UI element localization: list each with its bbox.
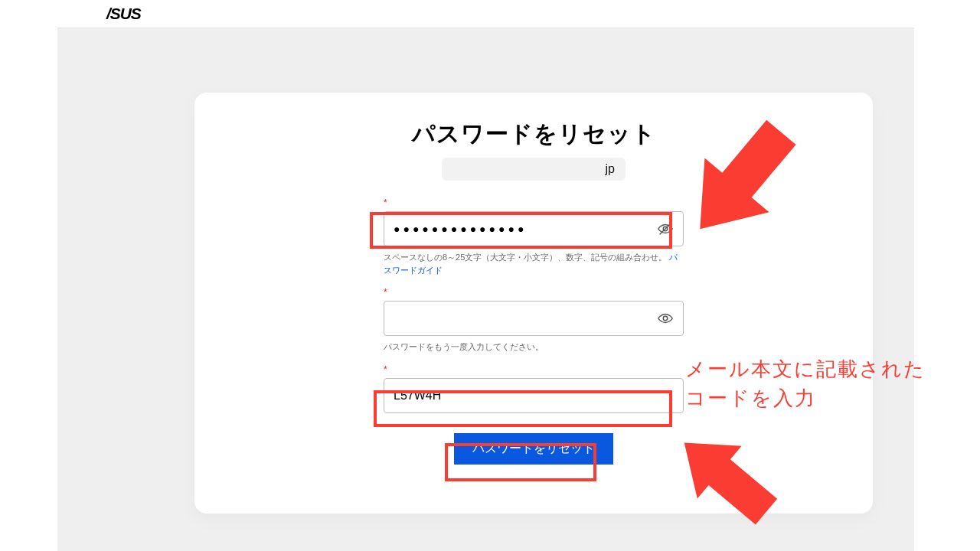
svg-marker-4 xyxy=(662,416,789,538)
confirm-input-wrap[interactable] xyxy=(384,301,684,336)
email-display: xxxxxxxxxxxxxxxjp xyxy=(442,158,626,181)
email-obscured: xxxxxxxxxxxxxxx xyxy=(514,162,606,175)
confirm-field: * パスワードをもう一度入力してください。 xyxy=(384,287,684,354)
code-input[interactable] xyxy=(394,379,674,412)
annotation-text-line1: メール本文に記載された xyxy=(685,357,926,380)
annotation-arrow-top xyxy=(666,77,842,253)
svg-marker-3 xyxy=(668,106,813,253)
svg-point-2 xyxy=(663,316,668,321)
password-hint-text: スペースなしの8～25文字（大文字・小文字）、数字、記号の組み合わせ。 xyxy=(384,253,667,262)
email-suffix: jp xyxy=(606,162,615,175)
header: /SUS xyxy=(0,0,980,28)
annotation-arrow-bottom xyxy=(662,413,800,551)
page-title: パスワードをリセット xyxy=(384,119,684,150)
annotation-text: メール本文に記載された コードを入力 xyxy=(685,355,926,412)
password-input-wrap[interactable] xyxy=(384,211,684,246)
confirm-hint: パスワードをもう一度入力してください。 xyxy=(384,341,684,354)
asus-logo: /SUS xyxy=(106,5,141,23)
card-inner: パスワードをリセット xxxxxxxxxxxxxxxjp * xyxy=(384,119,684,465)
password-hint: スペースなしの8～25文字（大文字・小文字）、数字、記号の組み合わせ。 パスワー… xyxy=(384,251,684,276)
password-input[interactable] xyxy=(394,212,674,246)
required-mark: * xyxy=(384,364,684,375)
page-root: /SUS パスワードをリセット xxxxxxxxxxxxxxxjp * xyxy=(0,0,980,551)
required-mark: * xyxy=(384,287,684,298)
code-input-wrap[interactable] xyxy=(384,378,684,413)
confirm-input[interactable] xyxy=(394,302,674,335)
eye-icon[interactable] xyxy=(657,310,674,327)
password-field: * スペースなしの8～25文字（大文字・小文字）、数字、記号の組み合わせ。 パス… xyxy=(384,197,684,276)
reset-password-button[interactable]: パスワードをリセット xyxy=(454,433,613,465)
required-mark: * xyxy=(384,197,684,208)
submit-wrap: パスワードをリセット xyxy=(384,433,684,465)
annotation-text-line2: コードを入力 xyxy=(685,386,816,409)
code-field: * xyxy=(384,364,684,413)
